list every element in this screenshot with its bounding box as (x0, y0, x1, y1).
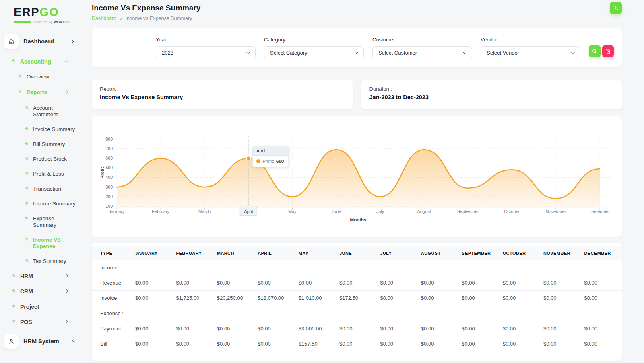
cell: $0.00 (540, 291, 581, 306)
section-row-expense: Expense : (92, 306, 622, 321)
workdo-do-text: DO (65, 20, 71, 24)
chevron-right-icon (65, 90, 68, 94)
bullet-icon (25, 259, 29, 263)
sidebar-item-overview[interactable]: Overview (4, 74, 82, 80)
cell: $0.00 (418, 291, 458, 306)
bullet-icon (25, 216, 29, 220)
cell: $0.00 (581, 321, 622, 336)
cell: $0.00 (581, 291, 622, 306)
cell: $0.00 (500, 336, 540, 352)
sidebar-item-reports[interactable]: Reports (4, 89, 82, 96)
y-tick-label: 700 (105, 146, 113, 151)
cell: $0.00 (214, 336, 254, 352)
download-button[interactable] (610, 2, 622, 14)
sidebar-item-hrm-system[interactable]: HRM System (4, 334, 82, 349)
main-content: Income Vs Expense Summary Dashboard › In… (85, 0, 644, 363)
cell: $1,010.00 (295, 291, 336, 306)
filter-field-year: Year2023 (156, 37, 256, 59)
filter-field-category: CategorySelect Category (264, 37, 364, 59)
cell: $0.00 (500, 321, 540, 336)
logo-tagline: Powered By WORKDO (14, 20, 85, 24)
tooltip-value: 600 (276, 159, 284, 164)
y-tick-label: 200 (105, 194, 113, 199)
year-select[interactable]: 2023 (156, 46, 256, 59)
customer-select[interactable]: Select Customer (372, 46, 472, 59)
table-row-payment: Payment$0.00$0.00$0.00$0.00$3,000.00$0.0… (92, 321, 622, 336)
filter-field-vendor: VendorSelect Vendor (481, 37, 580, 59)
cell: $0.00 (458, 321, 499, 336)
sidebar-item-income-vs-expense[interactable]: Income VS Expense (4, 237, 82, 250)
sidebar-item-transaction[interactable]: Transaction (4, 186, 82, 192)
cell: $0.00 (418, 336, 458, 352)
sidebar-item-label: Dashboard (23, 38, 54, 45)
summary-cards: Report : Income Vs Expense Summary Durat… (92, 80, 622, 109)
tooltip-series-label: Profit: (262, 159, 274, 164)
app-logo[interactable]: ERPGO Powered By WORKDO (14, 6, 85, 24)
row-label: Revenue (92, 275, 132, 291)
bullet-icon (25, 238, 29, 242)
user-icon (4, 334, 19, 349)
bullet-icon (25, 157, 29, 161)
x-axis-title: Months (350, 217, 367, 222)
highlight-marker (246, 156, 250, 160)
bullet-icon (12, 59, 16, 63)
x-tick-label: December (590, 209, 610, 214)
vendor-select[interactable]: Select Vendor (481, 46, 580, 59)
cell: $18,070.00 (254, 291, 295, 306)
column-header-december: DECEMBER (581, 246, 622, 260)
sidebar-item-crm[interactable]: CRM (4, 288, 82, 295)
sidebar-item-bill-summary[interactable]: Bill Summary (4, 141, 82, 148)
sidebar-item-account-statement[interactable]: Account Statement (4, 105, 82, 118)
sidebar-item-label: Tax Summary (33, 258, 66, 265)
y-tick-label: 400 (105, 175, 113, 180)
cell: $0.00 (581, 275, 622, 291)
logo-text: ERPGO (14, 6, 85, 18)
cell: $0.00 (540, 321, 581, 336)
cell: $0.00 (173, 275, 213, 291)
app: ERPGO Powered By WORKDO DashboardAccount… (0, 0, 644, 363)
sidebar-item-pos[interactable]: POS (4, 319, 82, 325)
column-header-february: FEBRUARY (173, 246, 213, 260)
sidebar: ERPGO Powered By WORKDO DashboardAccount… (0, 0, 85, 363)
cell: $0.00 (377, 275, 417, 291)
sidebar-item-project[interactable]: Project (4, 304, 82, 310)
sidebar-item-product-stock[interactable]: Product Stock (4, 156, 82, 162)
table-row-invoice: Invoice$0.00$1,725.00$20,250.00$18,070.0… (92, 291, 622, 306)
sidebar-item-profit-loss[interactable]: Profit & Loss (4, 171, 82, 177)
sidebar-item-tax-summary[interactable]: Tax Summary (4, 258, 82, 265)
cell: $1,725.00 (173, 291, 213, 306)
sidebar-item-label: Reports (27, 89, 47, 96)
column-header-october: OCTOBER (500, 246, 540, 260)
sidebar-item-label: Bill Summary (33, 141, 65, 148)
search-button[interactable] (589, 45, 601, 57)
page-title: Income Vs Expense Summary (92, 4, 622, 12)
reset-filter-button[interactable] (602, 45, 614, 57)
cell: $0.00 (540, 275, 581, 291)
duration-label: Duration : (369, 86, 614, 92)
sidebar-item-accounting[interactable]: Accounting (4, 58, 82, 65)
sidebar-item-income-summary[interactable]: Income Summary (4, 201, 82, 207)
sidebar-item-expense-summary[interactable]: Expense Summary (4, 215, 82, 228)
sidebar-item-label: CRM (20, 288, 33, 295)
y-tick-label: 800 (105, 137, 113, 142)
chevron-right-icon (70, 340, 74, 343)
bullet-icon (12, 320, 16, 324)
bullet-icon (25, 201, 29, 205)
category-select[interactable]: Select Category (264, 46, 364, 59)
cell: $0.00 (458, 275, 499, 291)
logo-go: GO (39, 6, 59, 18)
sidebar-item-label: Project (20, 304, 39, 310)
breadcrumb-dashboard-link[interactable]: Dashboard (92, 16, 116, 21)
sidebar-item-label: POS (20, 319, 32, 325)
sidebar-item-dashboard[interactable]: Dashboard (4, 34, 82, 49)
tooltip-body: Profit: 600 (253, 156, 288, 167)
cell: $0.00 (377, 321, 417, 336)
table-body: Income :Revenue$0.00$0.00$0.00$0.00$0.00… (92, 260, 622, 351)
sidebar-item-hrm[interactable]: HRM (4, 273, 82, 279)
sidebar-item-invoice-summary[interactable]: Invoice Summary (4, 126, 82, 133)
chevron-down-icon (65, 59, 68, 62)
chevron-down-icon (246, 50, 250, 54)
sidebar-item-label: Income Summary (33, 201, 76, 207)
cell: $157.50 (295, 336, 336, 352)
cell: $0.00 (132, 321, 173, 336)
